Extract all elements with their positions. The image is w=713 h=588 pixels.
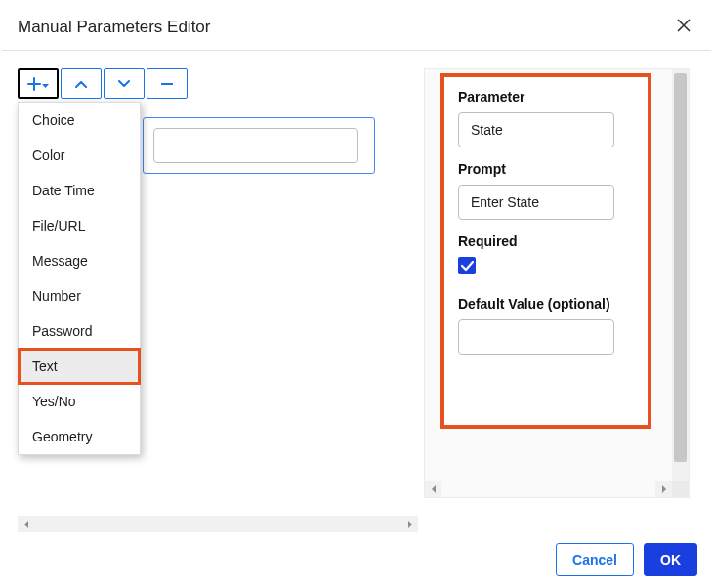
dialog-header: Manual Parameters Editor (0, 0, 713, 50)
caret-down-icon (42, 84, 49, 89)
scrollbar-corner (672, 481, 689, 497)
prompt-label: Prompt (458, 161, 634, 177)
chevron-up-icon (75, 80, 87, 88)
dropdown-item-message[interactable]: Message (19, 243, 140, 278)
close-button[interactable] (672, 14, 695, 40)
move-down-button[interactable] (104, 68, 145, 99)
dropdown-item-choice[interactable]: Choice (19, 103, 140, 138)
scroll-right-icon (655, 481, 672, 497)
required-label: Required (458, 233, 634, 249)
required-checkbox[interactable] (458, 257, 476, 274)
properties-highlight: Parameter Prompt Required Default Value … (440, 73, 651, 429)
dropdown-item-geometry[interactable]: Geometry (19, 419, 140, 454)
scroll-left-icon (425, 481, 441, 497)
dropdown-item-yes-no[interactable]: Yes/No (19, 384, 140, 419)
cancel-button[interactable]: Cancel (556, 543, 634, 576)
toolbar (18, 68, 418, 99)
dialog-body: Choice Color Date Time File/URL Message … (0, 51, 713, 518)
parameter-label: Parameter (458, 89, 634, 105)
prompt-input[interactable] (458, 185, 614, 220)
default-value-label: Default Value (optional) (458, 296, 634, 312)
default-value-input[interactable] (458, 319, 614, 355)
ok-button[interactable]: OK (644, 543, 697, 576)
dropdown-item-number[interactable]: Number (19, 278, 140, 314)
scrollbar-thumb[interactable] (674, 73, 687, 462)
dialog-footer: Cancel OK (556, 543, 697, 576)
check-icon (461, 261, 474, 272)
dropdown-item-color[interactable]: Color (19, 138, 140, 173)
parameter-input[interactable] (458, 112, 614, 147)
dropdown-item-text[interactable]: Text (19, 349, 140, 384)
right-horizontal-scrollbar[interactable] (425, 481, 689, 497)
add-type-dropdown: Choice Color Date Time File/URL Message … (18, 102, 141, 455)
minus-icon (161, 83, 173, 85)
left-horizontal-scrollbar[interactable] (18, 516, 418, 532)
chevron-down-icon (118, 80, 130, 88)
prompt-input-field[interactable] (469, 193, 604, 211)
close-icon (676, 18, 692, 33)
parameter-row-input[interactable] (153, 128, 358, 163)
plus-icon (27, 77, 41, 91)
right-vertical-scrollbar[interactable] (672, 69, 689, 481)
properties-panel: Parameter Prompt Required Default Value … (424, 68, 690, 498)
left-column: Choice Color Date Time File/URL Message … (18, 68, 418, 518)
dropdown-item-password[interactable]: Password (19, 314, 140, 349)
dropdown-item-date-time[interactable]: Date Time (19, 173, 140, 208)
dropdown-item-file-url[interactable]: File/URL (19, 208, 140, 243)
move-up-button[interactable] (61, 68, 102, 99)
add-parameter-button[interactable] (18, 68, 59, 99)
default-value-input-field[interactable] (469, 328, 604, 346)
scroll-right-icon (401, 516, 418, 532)
dialog-title: Manual Parameters Editor (18, 18, 210, 37)
scroll-left-icon (18, 516, 34, 532)
parameter-row[interactable] (143, 117, 375, 174)
parameter-input-field[interactable] (469, 121, 604, 139)
manual-parameters-editor-dialog: Manual Parameters Editor (0, 0, 713, 588)
remove-parameter-button[interactable] (147, 68, 188, 99)
